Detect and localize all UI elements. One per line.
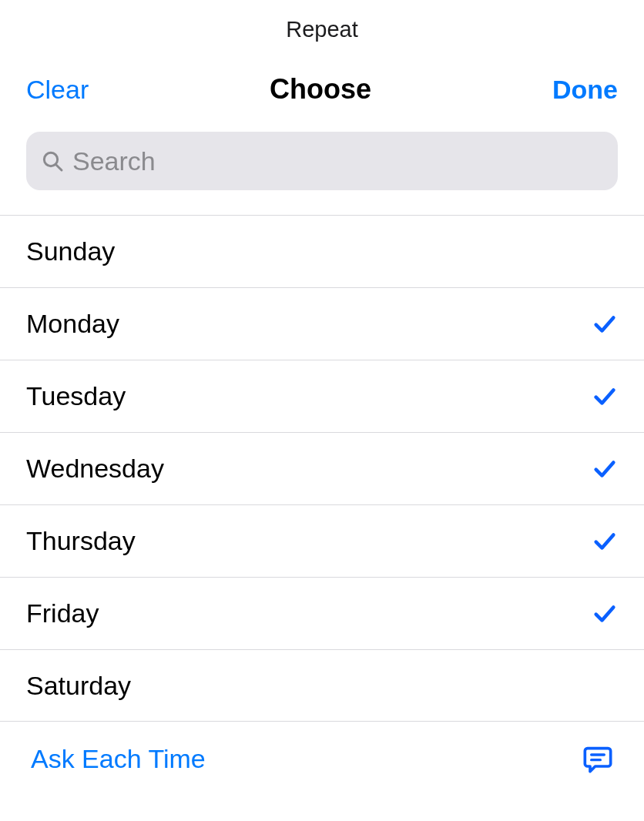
day-row-thursday[interactable]: Thursday [0,504,644,577]
checkmark-icon [592,601,618,627]
svg-line-1 [56,165,62,170]
day-label: Tuesday [26,381,126,411]
checkmark-icon [592,384,618,410]
day-label: Thursday [26,526,136,556]
day-row-tuesday[interactable]: Tuesday [0,360,644,432]
search-input[interactable] [72,146,604,176]
nav-title: Choose [270,73,371,106]
day-row-saturday[interactable]: Saturday [0,649,644,722]
day-row-sunday[interactable]: Sunday [0,215,644,287]
day-row-wednesday[interactable]: Wednesday [0,432,644,504]
search-container [0,121,644,203]
day-row-monday[interactable]: Monday [0,287,644,360]
day-label: Wednesday [26,454,164,484]
choose-sheet: Repeat Clear Choose Done Sunday Monday T… [0,0,644,821]
checkmark-icon [592,456,618,482]
ask-each-time-label: Ask Each Time [31,744,206,774]
checkmark-icon [592,311,618,337]
day-label: Friday [26,598,99,628]
day-label: Saturday [26,671,131,701]
search-box[interactable] [26,132,618,190]
search-icon [40,149,65,173]
day-row-friday[interactable]: Friday [0,577,644,649]
clear-button[interactable]: Clear [26,75,89,105]
done-button[interactable]: Done [552,75,618,105]
day-label: Monday [26,309,119,339]
day-label: Sunday [26,236,115,266]
nav-bar: Clear Choose Done [0,50,644,121]
checkmark-icon [592,528,618,555]
sheet-context-title: Repeat [0,0,644,50]
message-icon [582,743,613,774]
day-list: Sunday Monday Tuesday Wednesday Thursday… [0,215,644,722]
ask-each-time-row[interactable]: Ask Each Time [0,722,644,774]
